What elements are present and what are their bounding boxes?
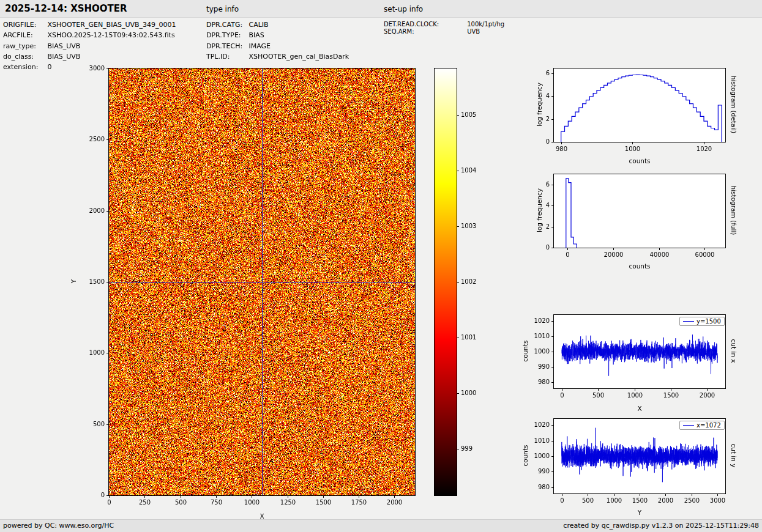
meta-row-dpr-catg: DPR.CATG: CALIB xyxy=(206,21,269,29)
meta-label: DET.READ.CLOCK: xyxy=(384,21,465,28)
setup-info-heading: set-up info xyxy=(384,5,423,13)
meta-label: DPR.TECH: xyxy=(206,42,247,50)
meta-value: IMAGE xyxy=(249,42,271,50)
meta-value: UVB xyxy=(467,28,480,35)
legend-line-icon xyxy=(683,425,694,426)
hist-full-right-label: histogram (full) xyxy=(730,177,738,244)
legend-line-icon xyxy=(683,321,694,322)
histogram-full-plot xyxy=(554,174,725,248)
meta-label: do_class: xyxy=(3,53,45,61)
cut-y-right-label: cut in y xyxy=(730,434,738,477)
meta-value: XSHOOTER_GEN_BIAS_UVB_349_0001 xyxy=(48,21,176,29)
meta-value: BIAS xyxy=(249,31,264,39)
cut-x-yaxis-label: counts xyxy=(521,328,529,374)
meta-row-origfile: ORIGFILE: XSHOOTER_GEN_BIAS_UVB_349_0001 xyxy=(3,21,176,29)
cut-x-right-label: cut in x xyxy=(730,330,738,372)
meta-row-seq-arm: SEQ.ARM: UVB xyxy=(384,28,480,35)
page-title: 2025-12-14: XSHOOTER xyxy=(5,3,127,14)
hist-detail-xaxis-label: counts xyxy=(621,157,658,164)
meta-row-doclass: do_class: BIAS_UVB xyxy=(3,53,80,61)
footer-left-text: powered by QC: www.eso.org/HC xyxy=(3,522,114,530)
cut-in-x-plot xyxy=(554,315,725,388)
main-yaxis-label: Y xyxy=(70,275,77,287)
type-info-heading: type info xyxy=(206,5,239,13)
meta-value: 0 xyxy=(48,63,52,71)
meta-row-tpl-id: TPL.ID: XSHOOTER_gen_cal_BiasDark xyxy=(206,53,349,61)
meta-row-extension: extension: 0 xyxy=(3,63,52,71)
meta-value: CALIB xyxy=(249,21,269,29)
meta-value: BIAS_UVB xyxy=(48,53,81,61)
meta-value: XSHOOTER_gen_cal_BiasDark xyxy=(249,53,349,61)
colorbar xyxy=(435,68,457,495)
meta-label: extension: xyxy=(3,63,45,71)
legend-cut-x: y=1500 xyxy=(679,317,725,326)
meta-label: SEQ.ARM: xyxy=(384,28,465,35)
meta-label: ARCFILE: xyxy=(3,31,45,39)
meta-value: XSHOO.2025-12-15T09:43:02.543.fits xyxy=(48,31,175,39)
cut-in-y-plot xyxy=(554,419,725,493)
footer-right-text: created by qc_rawdisp.py v1.2.3 on 2025-… xyxy=(563,522,759,530)
meta-value: 100k/1pt/hg xyxy=(467,21,504,28)
hist-full-xaxis-label: counts xyxy=(621,262,658,270)
hist-detail-right-label: histogram (detail) xyxy=(730,71,738,138)
hist-full-yaxis-label: log frequency xyxy=(536,187,543,234)
footer-bar: powered by QC: www.eso.org/HC created by… xyxy=(0,519,762,532)
legend-cut-y: x=1072 xyxy=(679,421,725,430)
meta-row-dpr-tech: DPR.TECH: IMAGE xyxy=(206,42,271,50)
header-bar: 2025-12-14: XSHOOTER type info set-up in… xyxy=(0,0,762,18)
meta-label: raw_type: xyxy=(3,42,45,50)
legend-label: y=1500 xyxy=(697,318,721,325)
meta-value: BIAS_UVB xyxy=(48,42,81,50)
meta-label: DPR.TYPE: xyxy=(206,31,247,39)
meta-row-dpr-type: DPR.TYPE: BIAS xyxy=(206,31,264,39)
histogram-detail-plot xyxy=(554,68,725,142)
meta-row-rawtype: raw_type: BIAS_UVB xyxy=(3,42,80,50)
legend-label: x=1072 xyxy=(697,422,721,429)
cut-y-yaxis-label: counts xyxy=(521,432,529,479)
meta-row-read-clock: DET.READ.CLOCK: 100k/1pt/hg xyxy=(384,21,504,28)
bias-frame-image xyxy=(109,68,415,495)
hist-detail-yaxis-label: log frequency xyxy=(536,81,543,128)
meta-label: ORIGFILE: xyxy=(3,21,45,29)
main-xaxis-label: X xyxy=(256,512,268,520)
meta-label: DPR.CATG: xyxy=(206,21,247,29)
meta-label: TPL.ID: xyxy=(206,53,247,61)
cut-x-xaxis-label: X xyxy=(633,405,646,412)
cut-y-xaxis-label: Y xyxy=(633,509,646,516)
meta-row-arcfile: ARCFILE: XSHOO.2025-12-15T09:43:02.543.f… xyxy=(3,31,175,39)
